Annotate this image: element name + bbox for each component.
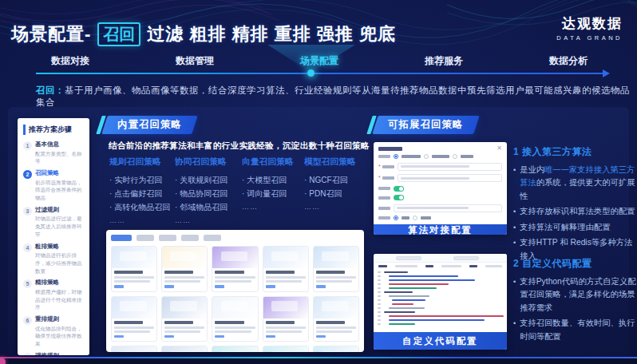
step-number: 6 (23, 316, 32, 325)
card-text-placeholder (215, 280, 251, 283)
card-text-placeholder (215, 326, 255, 329)
radio-button[interactable] (413, 216, 417, 220)
card-title-placeholder (316, 271, 345, 274)
strategy-card-body (162, 268, 207, 291)
ext-bullet: •支持存放标识和算法类型的配置 (513, 205, 637, 218)
card-title-placeholder (215, 271, 243, 274)
gutter-line (378, 319, 381, 321)
card-link-placeholder[interactable] (215, 285, 224, 288)
strategy-card-body (212, 268, 257, 291)
card-link-placeholder[interactable] (215, 335, 224, 338)
form-rows: ** (374, 152, 507, 224)
step-title: 强推规则 (35, 352, 84, 355)
gutter-line (378, 307, 381, 309)
text-input[interactable] (398, 163, 502, 171)
strategy-card[interactable] (161, 346, 208, 352)
builtin-strategy-badge: 内置召回策略 (105, 116, 195, 134)
radio-button[interactable] (424, 154, 429, 159)
gallery-tab[interactable] (111, 235, 132, 241)
card-text-placeholder (164, 326, 204, 329)
strategy-card-body (314, 268, 358, 291)
gallery-tab[interactable] (159, 235, 176, 241)
code-line (384, 291, 413, 293)
toggle-switch[interactable] (394, 195, 404, 200)
step-强推规则[interactable]: 7强推规则依据特定规则，强制展示特定类别的物品 (23, 352, 84, 355)
gutter-line (378, 323, 381, 325)
strategy-card[interactable] (263, 246, 309, 292)
nav-item-数据管理[interactable]: 数据管理 (156, 54, 233, 68)
strategy-card[interactable] (212, 296, 258, 342)
card-link-placeholder[interactable] (114, 285, 124, 288)
card-link-placeholder[interactable] (316, 285, 326, 288)
strategy-card[interactable] (161, 246, 208, 292)
strategy-card[interactable] (161, 296, 208, 342)
text-input[interactable] (394, 204, 502, 212)
card-link-placeholder[interactable] (266, 335, 275, 338)
timeline-arrow-icon (603, 69, 610, 77)
module-nav: 数据对接数据管理场景配置推荐服务数据分析 (32, 54, 607, 68)
nav-item-场景配置[interactable]: 场景配置 (281, 54, 358, 68)
strategy-card[interactable] (111, 296, 157, 342)
radio-button[interactable] (394, 216, 398, 220)
strategy-card[interactable] (313, 296, 359, 342)
page-title: 场景配置- 召回 过滤 粗排 精排 重排 强推 兜底 (11, 22, 396, 46)
strategy-item-label: 邻域物品召回 (180, 200, 228, 214)
code-line (389, 279, 475, 281)
strategy-card[interactable] (212, 246, 258, 292)
strategy-card[interactable] (263, 296, 309, 342)
nav-item-推荐服务[interactable]: 推荐服务 (406, 54, 482, 68)
card-title-placeholder (114, 321, 143, 324)
strategy-item-label: 关联规则召回 (180, 173, 228, 187)
input-placeholder-bar (401, 165, 469, 168)
card-link-placeholder[interactable] (164, 335, 174, 338)
strategy-card-thumbnail (162, 297, 207, 318)
strategy-card[interactable] (263, 346, 309, 352)
form-row (378, 154, 502, 159)
strategy-card-thumbnail (212, 247, 257, 268)
strategy-card[interactable] (313, 246, 359, 292)
gallery-tab[interactable] (204, 235, 221, 241)
gallery-tab[interactable] (181, 235, 199, 241)
field-label-placeholder (378, 155, 390, 158)
nav-item-数据对接[interactable]: 数据对接 (32, 54, 109, 68)
step-description: 优化物品排列组合，确保呈现最佳推荐效果 (35, 325, 84, 348)
card-title-placeholder (266, 321, 295, 324)
step-description: 对物品进行过滤，避免其进入后续推荐环节 (35, 215, 84, 238)
radio-button[interactable] (394, 154, 398, 159)
field-label-placeholder (378, 187, 390, 190)
gutter-line (378, 275, 381, 277)
gallery-tab[interactable] (136, 235, 154, 241)
radio-button[interactable] (453, 154, 457, 159)
step-精排策略[interactable]: 5精排策略根据用户偏好，对物品进行个性化精准排序 (23, 279, 84, 311)
card-title-placeholder (266, 271, 295, 274)
logo-en-text: DATA GRAND (556, 34, 623, 42)
nav-item-数据分析[interactable]: 数据分析 (530, 54, 607, 68)
card-link-placeholder[interactable] (114, 335, 124, 338)
strategy-item: ·邻域物品召回 (175, 200, 242, 214)
bullet-icon: • (513, 317, 516, 343)
strategy-card[interactable] (212, 346, 258, 352)
step-粗排策略[interactable]: 4粗排策略对物品进行初步排序，减少待推荐物品数量 (23, 243, 84, 275)
strategy-card[interactable] (313, 346, 359, 352)
step-number: 4 (23, 243, 32, 252)
card-title-placeholder (114, 271, 143, 274)
strategy-card-body (314, 318, 358, 342)
card-link-placeholder[interactable] (316, 335, 326, 338)
close-icon[interactable]: ✕ (497, 146, 502, 151)
step-重排规则[interactable]: 6重排规则优化物品排列组合，确保呈现最佳推荐效果 (23, 315, 84, 348)
step-召回策略[interactable]: 2召回策略初步筛选海量物品，筛选符合推荐条件的物品 (23, 169, 84, 202)
strategy-card[interactable] (111, 246, 157, 292)
ext-bullet: •是业内唯一一家支持接入第三方算法的系统，提供更大的可扩展性 (513, 164, 637, 203)
strategy-gallery-screenshot (106, 230, 364, 352)
strategy-card[interactable] (111, 346, 157, 352)
step-body: 粗排策略对物品进行初步排序，减少待推荐物品数量 (35, 243, 84, 275)
text-input[interactable] (398, 174, 502, 182)
step-过滤规则[interactable]: 3过滤规则对物品进行过滤，避免其进入后续推荐环节 (23, 206, 84, 239)
card-link-placeholder[interactable] (164, 285, 174, 288)
strategy-card-thumbnail (112, 346, 156, 352)
step-description: 配置方案类型、名称等 (35, 150, 84, 166)
step-基本信息[interactable]: 1基本信息配置方案类型、名称等 (23, 140, 84, 165)
toggle-switch[interactable] (394, 186, 404, 192)
gallery-card-grid (111, 246, 359, 352)
card-link-placeholder[interactable] (266, 285, 275, 288)
